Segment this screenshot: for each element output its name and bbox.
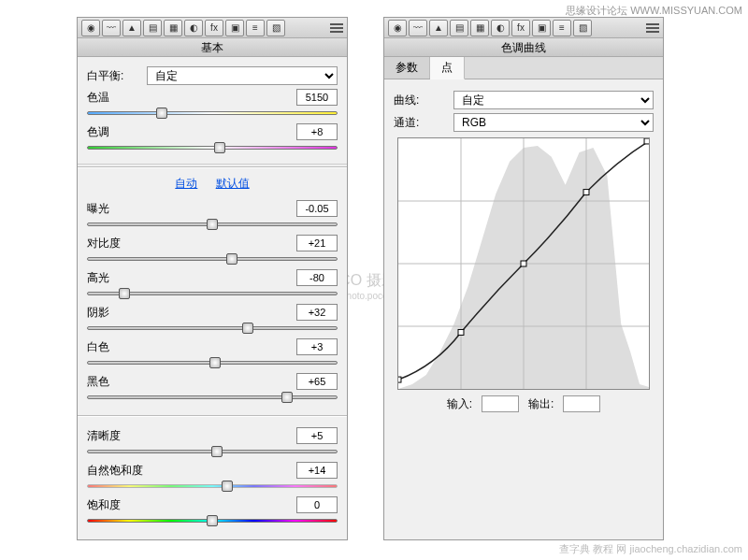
basic-panel: ◉ 〰 ▲ ▤ ▦ ◐ fx ▣ ≡ ▧ 基本 白平衡: 自定 色温5150 色… bbox=[77, 17, 348, 540]
tint-value[interactable]: +8 bbox=[296, 123, 338, 140]
lens-icon[interactable]: ◐ bbox=[184, 20, 203, 36]
clarity-slider[interactable]: 清晰度+5 bbox=[87, 427, 338, 456]
tint-knob[interactable] bbox=[214, 142, 225, 153]
presets-icon[interactable]: ▧ bbox=[573, 20, 592, 36]
detail-icon[interactable]: ▦ bbox=[164, 20, 182, 36]
wb-select[interactable]: 自定 bbox=[147, 66, 338, 85]
curve-select[interactable]: 自定 bbox=[453, 91, 654, 109]
curves-panel: ◉ 〰 ▲ ▤ ▦ ◐ fx ▣ ≡ ▧ 色调曲线 参数 点 曲线: 自定 通道… bbox=[383, 17, 664, 540]
whites-slider[interactable]: 白色+3 bbox=[87, 338, 338, 367]
tint-label: 色调 bbox=[87, 124, 109, 140]
aperture-icon[interactable]: ◉ bbox=[388, 20, 407, 36]
basic-toolbar: ◉ 〰 ▲ ▤ ▦ ◐ fx ▣ ≡ ▧ bbox=[78, 18, 347, 38]
aperture-icon[interactable]: ◉ bbox=[81, 20, 100, 36]
curve-point[interactable] bbox=[583, 190, 589, 195]
histogram-icon[interactable]: ▤ bbox=[143, 20, 162, 36]
vibrance-slider[interactable]: 自然饱和度+14 bbox=[87, 462, 338, 491]
input-value[interactable] bbox=[482, 395, 519, 412]
tab-point[interactable]: 点 bbox=[430, 57, 465, 79]
camera-icon[interactable]: ▣ bbox=[532, 20, 551, 36]
tint-slider[interactable]: 色调+8 bbox=[87, 123, 338, 152]
curve-icon[interactable]: 〰 bbox=[409, 20, 427, 36]
output-value[interactable] bbox=[563, 395, 600, 412]
tab-parametric[interactable]: 参数 bbox=[384, 57, 430, 79]
sliders-icon[interactable]: ≡ bbox=[553, 20, 571, 36]
temp-label: 色温 bbox=[87, 90, 109, 106]
exposure-slider[interactable]: 曝光-0.05 bbox=[87, 200, 338, 229]
sliders-icon[interactable]: ≡ bbox=[246, 20, 265, 36]
curves-tabs: 参数 点 bbox=[384, 57, 663, 79]
presets-icon[interactable]: ▧ bbox=[266, 20, 285, 36]
default-link[interactable]: 默认值 bbox=[216, 177, 250, 190]
temp-value[interactable]: 5150 bbox=[296, 89, 338, 106]
input-output-row: 输入: 输出: bbox=[394, 395, 654, 412]
triangle-icon[interactable]: ▲ bbox=[122, 20, 141, 36]
watermark-top-right: 思缘设计论坛 WWW.MISSYUAN.COM bbox=[566, 4, 742, 18]
panel-menu-icon[interactable] bbox=[646, 22, 659, 34]
wb-label: 白平衡: bbox=[87, 68, 147, 84]
triangle-icon[interactable]: ▲ bbox=[429, 20, 448, 36]
lens-icon[interactable]: ◐ bbox=[491, 20, 510, 36]
curve-icon[interactable]: 〰 bbox=[102, 20, 121, 36]
curves-toolbar: ◉ 〰 ▲ ▤ ▦ ◐ fx ▣ ≡ ▧ bbox=[384, 18, 663, 38]
blacks-slider[interactable]: 黑色+65 bbox=[87, 373, 338, 402]
channel-label: 通道: bbox=[394, 115, 453, 131]
curves-title: 色调曲线 bbox=[384, 38, 663, 57]
curve-label: 曲线: bbox=[394, 93, 453, 108]
contrast-slider[interactable]: 对比度+21 bbox=[87, 235, 338, 264]
fx-icon[interactable]: fx bbox=[511, 20, 530, 36]
curve-point[interactable] bbox=[644, 138, 649, 144]
auto-link[interactable]: 自动 bbox=[175, 177, 197, 190]
curve-point[interactable] bbox=[521, 261, 526, 266]
temperature-slider[interactable]: 色温5150 bbox=[87, 89, 338, 118]
shadows-slider[interactable]: 阴影+32 bbox=[87, 304, 338, 333]
watermark-bottom-right: 查字典 教程 网 jiaocheng.chazidian.com bbox=[559, 542, 742, 556]
auto-default-links: 自动 默认值 bbox=[78, 170, 347, 197]
input-label: 输入: bbox=[447, 396, 472, 412]
curve-point[interactable] bbox=[398, 377, 401, 382]
curve-point[interactable] bbox=[458, 329, 464, 335]
output-label: 输出: bbox=[528, 396, 554, 412]
histogram-icon[interactable]: ▤ bbox=[450, 20, 468, 36]
panel-menu-icon[interactable] bbox=[330, 22, 343, 34]
channel-select[interactable]: RGB bbox=[453, 113, 654, 132]
detail-icon[interactable]: ▦ bbox=[470, 20, 489, 36]
basic-title: 基本 bbox=[78, 38, 347, 57]
saturation-slider[interactable]: 饱和度0 bbox=[87, 496, 338, 525]
camera-icon[interactable]: ▣ bbox=[225, 20, 244, 36]
temp-knob[interactable] bbox=[156, 108, 167, 119]
fx-icon[interactable]: fx bbox=[205, 20, 223, 36]
highlights-slider[interactable]: 高光-80 bbox=[87, 269, 338, 298]
tone-curve-graph[interactable] bbox=[397, 137, 650, 390]
